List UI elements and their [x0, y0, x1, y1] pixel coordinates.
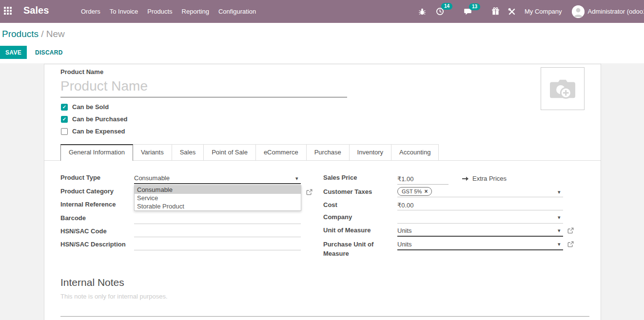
uom-underline	[397, 236, 563, 237]
company-caret-icon[interactable]: ▾	[558, 215, 561, 220]
can-be-expensed-checkbox[interactable]: Can be Expensed	[61, 128, 125, 135]
apps-menu-icon[interactable]	[4, 7, 14, 17]
product-category-label: Product Category	[60, 188, 114, 195]
hsn-sac-code-underline[interactable]	[134, 237, 301, 237]
can-be-purchased-checkbox[interactable]: ✓ Can be Purchased	[61, 115, 127, 123]
product-category-external-link-icon[interactable]	[306, 188, 312, 197]
purchase-uom-select[interactable]: Units	[397, 241, 412, 248]
camera-plus-icon	[548, 76, 577, 101]
control-panel: Products / New SAVE DISCARD	[0, 23, 644, 63]
product-name-label: Product Name	[60, 68, 103, 75]
product-image-upload[interactable]	[541, 67, 585, 110]
company-label: Company	[323, 213, 352, 221]
menu-reporting[interactable]: Reporting	[182, 8, 209, 15]
purchase-uom-underline	[397, 249, 563, 250]
dropdown-option-service[interactable]: Service	[135, 194, 301, 202]
extra-prices-label: Extra Prices	[472, 175, 507, 182]
menu-configuration[interactable]: Configuration	[218, 8, 256, 15]
notebook-tabs: General Information Variants Sales Point…	[60, 144, 439, 161]
tab-variants[interactable]: Variants	[133, 144, 172, 160]
dropdown-option-consumable[interactable]: Consumable	[135, 186, 301, 194]
tab-point-of-sale[interactable]: Point of Sale	[204, 144, 256, 160]
internal-notes-title: Internal Notes	[60, 277, 124, 288]
sales-price-underline	[397, 184, 449, 185]
hsn-sac-code-label: HSN/SAC Code	[60, 227, 107, 235]
tab-inventory[interactable]: Inventory	[350, 144, 391, 160]
product-type-caret-icon[interactable]: ▾	[295, 176, 298, 181]
can-be-expensed-label: Can be Expensed	[72, 128, 125, 135]
company-switcher[interactable]: My Company	[525, 8, 562, 15]
dropdown-option-storable-product[interactable]: Storable Product	[135, 202, 301, 210]
discard-button[interactable]: DISCARD	[33, 46, 65, 59]
customer-tax-tag: GST 5% ×	[397, 187, 432, 196]
cost-underline	[397, 210, 563, 210]
checkbox-icon: ✓	[61, 116, 68, 123]
breadcrumb: Products / New	[2, 29, 65, 39]
purchase-uom-external-link-icon[interactable]	[567, 241, 574, 249]
internal-notes-textarea[interactable]: This note is only for internal purposes.	[60, 293, 168, 300]
hsn-sac-description-label: HSN/SAC Description	[60, 241, 126, 248]
main-menu: Orders To Invoice Products Reporting Con…	[81, 0, 256, 23]
tax-tag-label: GST 5%	[402, 188, 422, 195]
odoo-product-form-screen: Sales Orders To Invoice Products Reporti…	[0, 0, 644, 320]
internal-reference-label: Internal Reference	[60, 201, 116, 208]
systray: 14 13 My Company Administrator (odoo14	[415, 0, 644, 23]
uom-external-link-icon[interactable]	[567, 227, 574, 236]
hsn-sac-description-underline[interactable]	[134, 250, 301, 250]
purchase-uom-label: Purchase Unit of Measure	[323, 240, 377, 258]
arrow-right-icon	[462, 176, 469, 181]
product-type-dropdown: Consumable Service Storable Product	[134, 185, 301, 211]
sales-price-label: Sales Price	[323, 174, 357, 181]
tab-purchase[interactable]: Purchase	[307, 144, 350, 160]
save-button[interactable]: SAVE	[0, 46, 27, 59]
checkbox-icon: ✓	[61, 104, 68, 111]
menu-products[interactable]: Products	[147, 8, 172, 15]
can-be-purchased-label: Can be Purchased	[72, 115, 127, 123]
customer-taxes-caret-icon[interactable]: ▾	[558, 189, 561, 195]
breadcrumb-separator: /	[39, 29, 46, 39]
product-type-label: Product Type	[60, 174, 100, 181]
company-underline[interactable]	[397, 223, 563, 224]
can-be-sold-checkbox[interactable]: ✓ Can be Sold	[61, 103, 109, 111]
tab-ecommerce[interactable]: eCommerce	[256, 144, 307, 160]
breadcrumb-current: New	[46, 29, 65, 39]
purchase-uom-caret-icon[interactable]: ▾	[558, 242, 561, 247]
uom-label: Unit of Measure	[323, 226, 371, 234]
can-be-sold-label: Can be Sold	[72, 103, 109, 111]
user-avatar[interactable]	[572, 5, 585, 18]
customer-taxes-underline	[397, 197, 563, 197]
checkbox-icon	[61, 128, 68, 135]
activities-count-badge: 14	[441, 3, 452, 10]
activities-icon[interactable]: 14	[436, 7, 444, 16]
product-type-underline	[134, 183, 301, 184]
tax-tag-remove-icon[interactable]: ×	[424, 188, 428, 195]
breadcrumb-products-link[interactable]: Products	[2, 29, 39, 39]
messages-icon[interactable]: 13	[464, 8, 472, 16]
user-menu[interactable]: Administrator (odoo14	[588, 8, 644, 15]
menu-orders[interactable]: Orders	[81, 8, 100, 15]
form-sheet	[44, 64, 601, 320]
sales-price-input[interactable]: ₹1.00	[397, 175, 414, 183]
messages-count-badge: 13	[469, 3, 480, 10]
barcode-label: Barcode	[60, 214, 86, 222]
tab-sales[interactable]: Sales	[172, 144, 204, 160]
tools-icon[interactable]	[508, 8, 516, 16]
customer-taxes-label: Customer Taxes	[323, 188, 372, 195]
bug-icon[interactable]	[418, 8, 426, 16]
top-navbar: Sales Orders To Invoice Products Reporti…	[0, 0, 644, 23]
barcode-underline[interactable]	[134, 224, 301, 224]
section-divider	[60, 316, 589, 317]
product-type-select[interactable]: Consumable	[134, 174, 170, 182]
tab-general-information[interactable]: General Information	[60, 144, 133, 161]
app-title[interactable]: Sales	[23, 5, 49, 16]
uom-select[interactable]: Units	[397, 227, 412, 234]
product-name-input[interactable]	[60, 75, 347, 97]
tab-accounting[interactable]: Accounting	[391, 144, 439, 160]
extra-prices-button[interactable]: Extra Prices	[462, 175, 507, 182]
uom-caret-icon[interactable]: ▾	[558, 228, 561, 233]
cost-label: Cost	[323, 201, 337, 208]
gift-icon[interactable]	[491, 7, 500, 16]
cost-input[interactable]: ₹0.00	[397, 202, 414, 209]
menu-to-invoice[interactable]: To Invoice	[110, 8, 138, 15]
